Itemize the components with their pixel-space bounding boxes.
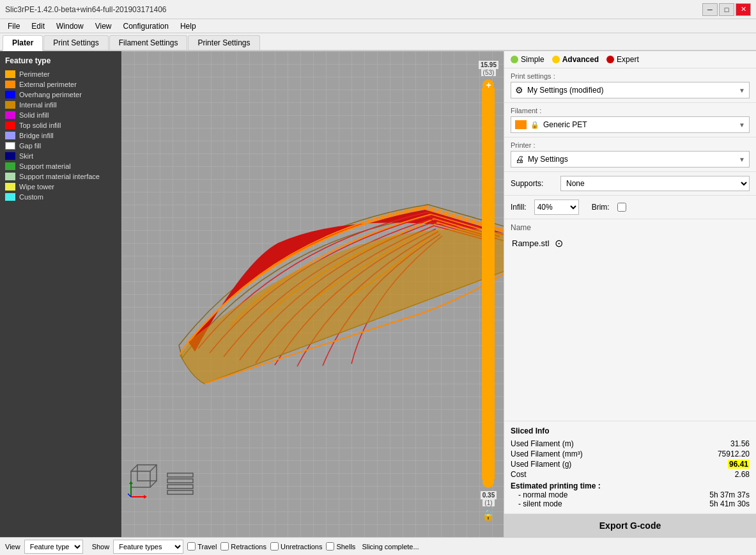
title-bar: Slic3rPE-1.42.0-beta+win64-full-20190317… bbox=[0, 0, 756, 19]
normal-mode-label: - normal mode bbox=[518, 490, 567, 499]
menu-help[interactable]: Help bbox=[175, 20, 201, 32]
svg-rect-10 bbox=[167, 473, 193, 477]
filament-label: Filament : bbox=[511, 107, 750, 114]
legend-label-solid-infill: Solid infill bbox=[19, 111, 49, 119]
legend-item-overhang-perimeter[interactable]: Overhang perimeter bbox=[3, 90, 119, 100]
menu-edit[interactable]: Edit bbox=[26, 20, 50, 32]
legend-label-top-solid-infill: Top solid infill bbox=[19, 121, 61, 129]
printer-select[interactable]: 🖨 My Settings ▼ bbox=[511, 151, 750, 168]
printer-label: Printer : bbox=[511, 141, 750, 149]
bottom-bar: View Feature type Line type Height Speed… bbox=[0, 537, 756, 555]
legend-item-support-material[interactable]: Support material bbox=[3, 161, 119, 171]
mode-expert[interactable]: Expert bbox=[606, 55, 639, 64]
brim-checkbox[interactable] bbox=[617, 203, 626, 212]
tab-plater[interactable]: Plater bbox=[3, 35, 43, 51]
object-3d-icon[interactable]: ⊙ bbox=[555, 237, 563, 249]
close-button[interactable]: ✕ bbox=[736, 3, 751, 16]
ruler-line bbox=[482, 88, 495, 480]
title-controls: ─ □ ✕ bbox=[702, 3, 751, 16]
menu-file[interactable]: File bbox=[3, 20, 25, 32]
sliced-title: Sliced Info bbox=[511, 426, 750, 435]
ruler-bottom-sub: (1) bbox=[482, 499, 494, 506]
legend-label-gap-fill: Gap fill bbox=[19, 142, 41, 150]
top-solid-infill-color bbox=[5, 121, 15, 129]
cost-value: 2.68 bbox=[735, 470, 750, 479]
svg-rect-11 bbox=[167, 479, 193, 483]
object-row: Rampe.stl ⊙ bbox=[511, 235, 750, 252]
legend-item-top-solid-infill[interactable]: Top solid infill bbox=[3, 120, 119, 130]
bridge-infill-color bbox=[5, 132, 15, 139]
tab-printer-settings[interactable]: Printer Settings bbox=[188, 35, 259, 50]
ramp-object bbox=[141, 102, 504, 422]
filament-g-label: Used Filament (g) bbox=[511, 460, 571, 469]
shells-label: Shells bbox=[336, 543, 355, 551]
main-area: Feature type Perimeter External perimete… bbox=[0, 51, 756, 537]
legend-item-perimeter[interactable]: Perimeter bbox=[3, 69, 119, 79]
shells-checkbox-label[interactable]: Shells bbox=[326, 542, 355, 551]
travel-checkbox-label[interactable]: Travel bbox=[187, 542, 217, 551]
mode-advanced[interactable]: Advanced bbox=[552, 55, 599, 64]
filament-select[interactable]: 🔒 Generic PET ▼ bbox=[511, 116, 750, 133]
tab-bar: Plater Print Settings Filament Settings … bbox=[0, 33, 756, 51]
infill-select[interactable]: 40% 10% 20% 30% 50% bbox=[534, 199, 579, 215]
legend-item-custom[interactable]: Custom bbox=[3, 192, 119, 202]
maximize-button[interactable]: □ bbox=[719, 3, 734, 16]
est-time-label: Estimated printing time : bbox=[511, 481, 750, 490]
printer-icon: 🖨 bbox=[515, 154, 524, 164]
cost-label: Cost bbox=[511, 470, 527, 479]
travel-checkbox[interactable] bbox=[187, 542, 196, 551]
shells-checkbox[interactable] bbox=[326, 542, 334, 551]
filament-color-swatch bbox=[515, 120, 527, 129]
filament-value: Generic PET bbox=[543, 120, 587, 129]
info-row-filament-mm3: Used Filament (mm³) 75912.20 bbox=[511, 449, 750, 458]
object-header: Name bbox=[511, 223, 750, 232]
legend-label-overhang-perimeter: Overhang perimeter bbox=[19, 91, 82, 98]
viewport[interactable]: 15.95 (53) + 0.35 (1) 🔒 bbox=[121, 51, 504, 537]
mode-simple[interactable]: Simple bbox=[511, 55, 544, 64]
legend-item-bridge-infill[interactable]: Bridge infill bbox=[3, 130, 119, 141]
legend-item-support-material-interface[interactable]: Support material interface bbox=[3, 171, 119, 182]
ruler-bottom-circle bbox=[482, 476, 494, 488]
mode-advanced-label: Advanced bbox=[562, 55, 599, 64]
svg-line-3 bbox=[150, 465, 157, 471]
unretractions-checkbox-label[interactable]: Unretractions bbox=[270, 542, 322, 551]
filament-mm3-label: Used Filament (mm³) bbox=[511, 449, 583, 458]
filament-g-value: 96.41 bbox=[728, 460, 750, 469]
brim-label: Brim: bbox=[592, 203, 610, 212]
menu-configuration[interactable]: Configuration bbox=[118, 20, 174, 32]
legend-label-internal-infill: Internal infill bbox=[19, 101, 57, 109]
layers-icon bbox=[166, 468, 198, 502]
custom-color bbox=[5, 193, 15, 201]
unretractions-label: Unretractions bbox=[281, 543, 322, 551]
svg-marker-8 bbox=[129, 481, 133, 484]
view-select[interactable]: Feature type Line type Height Speed Fan … bbox=[24, 540, 83, 554]
ruler-top-sub: (53) bbox=[481, 69, 497, 76]
legend-item-external-perimeter[interactable]: External perimeter bbox=[3, 79, 119, 90]
legend-item-wipe-tower[interactable]: Wipe tower bbox=[3, 182, 119, 192]
support-material-color bbox=[5, 162, 15, 170]
info-row-cost: Cost 2.68 bbox=[511, 470, 750, 479]
tab-print-settings[interactable]: Print Settings bbox=[43, 35, 108, 50]
printer-arrow: ▼ bbox=[739, 156, 745, 163]
retractions-checkbox[interactable] bbox=[220, 542, 229, 551]
printer-section: Printer : 🖨 My Settings ▼ bbox=[504, 137, 756, 172]
legend-item-skirt[interactable]: Skirt bbox=[3, 151, 119, 161]
legend-item-gap-fill[interactable]: Gap fill bbox=[3, 141, 119, 151]
unretractions-checkbox[interactable] bbox=[270, 542, 279, 551]
export-gcode-button[interactable]: Export G-code bbox=[504, 514, 756, 537]
menu-view[interactable]: View bbox=[90, 20, 117, 32]
legend-item-solid-infill[interactable]: Solid infill bbox=[3, 110, 119, 120]
minimize-button[interactable]: ─ bbox=[702, 3, 718, 16]
legend-item-internal-infill[interactable]: Internal infill bbox=[3, 100, 119, 110]
show-select[interactable]: Feature types Shells Infill Support bbox=[113, 540, 183, 554]
legend-label-perimeter: Perimeter bbox=[19, 70, 50, 78]
menu-window[interactable]: Window bbox=[51, 20, 89, 32]
legend-label-wipe-tower: Wipe tower bbox=[19, 183, 54, 191]
info-silent-mode: - silent mode 5h 41m 30s bbox=[511, 499, 750, 508]
print-settings-select[interactable]: ⚙ My Settings (modified) ▼ bbox=[511, 82, 750, 98]
print-settings-section: Print settings : ⚙ My Settings (modified… bbox=[504, 68, 756, 103]
supports-select[interactable]: None bbox=[560, 176, 750, 191]
retractions-checkbox-label[interactable]: Retractions bbox=[220, 542, 266, 551]
svg-line-4 bbox=[150, 481, 157, 487]
tab-filament-settings[interactable]: Filament Settings bbox=[109, 35, 188, 50]
